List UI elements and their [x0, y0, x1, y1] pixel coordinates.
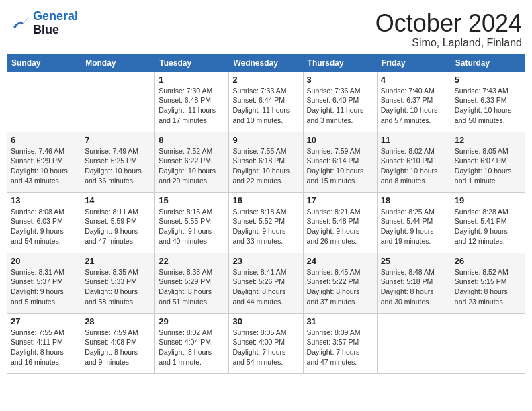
calendar-cell: 23Sunrise: 8:41 AM Sunset: 5:26 PM Dayli… — [229, 253, 303, 313]
day-number: 13 — [11, 195, 77, 205]
calendar-cell: 1Sunrise: 7:30 AM Sunset: 6:48 PM Daylig… — [155, 71, 229, 132]
calendar-cell — [81, 71, 155, 132]
day-number: 22 — [159, 256, 225, 266]
day-number: 24 — [307, 256, 373, 266]
calendar-cell: 24Sunrise: 8:45 AM Sunset: 5:22 PM Dayli… — [303, 253, 377, 313]
day-info: Sunrise: 8:48 AM Sunset: 5:18 PM Dayligh… — [381, 267, 447, 307]
day-number: 2 — [232, 75, 299, 85]
weekday-header-friday: Friday — [377, 54, 451, 71]
day-number: 11 — [381, 135, 447, 145]
weekday-header-tuesday: Tuesday — [155, 54, 229, 71]
day-info: Sunrise: 7:43 AM Sunset: 6:33 PM Dayligh… — [455, 86, 521, 126]
day-number: 1 — [159, 75, 225, 85]
day-number: 14 — [85, 195, 151, 205]
calendar-cell: 13Sunrise: 8:08 AM Sunset: 6:03 PM Dayli… — [7, 192, 81, 253]
calendar-cell: 28Sunrise: 7:59 AM Sunset: 4:08 PM Dayli… — [81, 313, 155, 373]
page-header: GeneralBlue October 2024 Simo, Lapland, … — [7, 7, 525, 49]
day-info: Sunrise: 8:05 AM Sunset: 4:00 PM Dayligh… — [232, 328, 299, 367]
day-number: 31 — [307, 316, 373, 326]
calendar-cell — [451, 313, 525, 373]
calendar-cell: 25Sunrise: 8:48 AM Sunset: 5:18 PM Dayli… — [377, 253, 451, 313]
calendar-cell: 4Sunrise: 7:40 AM Sunset: 6:37 PM Daylig… — [377, 71, 451, 132]
day-info: Sunrise: 7:46 AM Sunset: 6:29 PM Dayligh… — [11, 146, 77, 186]
day-number: 12 — [455, 135, 521, 145]
day-info: Sunrise: 7:59 AM Sunset: 4:08 PM Dayligh… — [85, 328, 151, 367]
calendar-cell: 17Sunrise: 8:21 AM Sunset: 5:48 PM Dayli… — [303, 192, 377, 253]
day-number: 5 — [455, 75, 521, 85]
day-info: Sunrise: 8:28 AM Sunset: 5:41 PM Dayligh… — [455, 207, 521, 246]
logo-icon — [10, 15, 30, 32]
day-info: Sunrise: 8:05 AM Sunset: 6:07 PM Dayligh… — [455, 146, 521, 186]
day-info: Sunrise: 7:49 AM Sunset: 6:25 PM Dayligh… — [85, 146, 151, 186]
calendar-cell: 2Sunrise: 7:33 AM Sunset: 6:44 PM Daylig… — [229, 71, 303, 132]
day-info: Sunrise: 8:15 AM Sunset: 5:55 PM Dayligh… — [159, 207, 225, 246]
day-number: 30 — [232, 316, 299, 326]
weekday-header-sunday: Sunday — [7, 54, 81, 71]
day-info: Sunrise: 8:38 AM Sunset: 5:29 PM Dayligh… — [159, 267, 225, 307]
day-info: Sunrise: 7:52 AM Sunset: 6:22 PM Dayligh… — [159, 146, 225, 186]
calendar-cell — [377, 313, 451, 373]
calendar-cell: 3Sunrise: 7:36 AM Sunset: 6:40 PM Daylig… — [303, 71, 377, 132]
day-info: Sunrise: 7:33 AM Sunset: 6:44 PM Dayligh… — [232, 86, 299, 126]
location-subtitle: Simo, Lapland, Finland — [375, 37, 522, 49]
calendar-cell: 19Sunrise: 8:28 AM Sunset: 5:41 PM Dayli… — [451, 192, 525, 253]
day-info: Sunrise: 7:55 AM Sunset: 4:11 PM Dayligh… — [11, 328, 77, 367]
calendar-week-row: 6Sunrise: 7:46 AM Sunset: 6:29 PM Daylig… — [7, 132, 525, 192]
calendar-cell: 18Sunrise: 8:25 AM Sunset: 5:44 PM Dayli… — [377, 192, 451, 253]
day-number: 20 — [11, 256, 77, 266]
day-info: Sunrise: 7:36 AM Sunset: 6:40 PM Dayligh… — [307, 86, 373, 126]
day-info: Sunrise: 8:45 AM Sunset: 5:22 PM Dayligh… — [307, 267, 373, 307]
calendar-cell: 15Sunrise: 8:15 AM Sunset: 5:55 PM Dayli… — [155, 192, 229, 253]
day-info: Sunrise: 8:35 AM Sunset: 5:33 PM Dayligh… — [85, 267, 151, 307]
day-number: 18 — [381, 195, 447, 205]
calendar-cell: 29Sunrise: 8:02 AM Sunset: 4:04 PM Dayli… — [155, 313, 229, 373]
calendar-cell: 20Sunrise: 8:31 AM Sunset: 5:37 PM Dayli… — [7, 253, 81, 313]
calendar-cell: 16Sunrise: 8:18 AM Sunset: 5:52 PM Dayli… — [229, 192, 303, 253]
day-number: 9 — [232, 135, 299, 145]
month-title: October 2024 — [375, 10, 522, 37]
day-number: 6 — [11, 135, 77, 145]
calendar-week-row: 27Sunrise: 7:55 AM Sunset: 4:11 PM Dayli… — [7, 313, 525, 373]
day-info: Sunrise: 8:11 AM Sunset: 5:59 PM Dayligh… — [85, 207, 151, 246]
weekday-header-saturday: Saturday — [451, 54, 525, 71]
calendar-cell: 21Sunrise: 8:35 AM Sunset: 5:33 PM Dayli… — [81, 253, 155, 313]
calendar-cell: 6Sunrise: 7:46 AM Sunset: 6:29 PM Daylig… — [7, 132, 81, 192]
day-info: Sunrise: 8:25 AM Sunset: 5:44 PM Dayligh… — [381, 207, 447, 246]
day-info: Sunrise: 8:52 AM Sunset: 5:15 PM Dayligh… — [455, 267, 521, 307]
calendar-cell: 14Sunrise: 8:11 AM Sunset: 5:59 PM Dayli… — [81, 192, 155, 253]
day-number: 10 — [307, 135, 373, 145]
logo: GeneralBlue — [10, 10, 78, 37]
calendar-cell: 10Sunrise: 7:59 AM Sunset: 6:14 PM Dayli… — [303, 132, 377, 192]
day-info: Sunrise: 8:18 AM Sunset: 5:52 PM Dayligh… — [232, 207, 299, 246]
day-number: 26 — [455, 256, 521, 266]
day-number: 7 — [85, 135, 151, 145]
calendar-cell: 30Sunrise: 8:05 AM Sunset: 4:00 PM Dayli… — [229, 313, 303, 373]
calendar-cell: 11Sunrise: 8:02 AM Sunset: 6:10 PM Dayli… — [377, 132, 451, 192]
day-info: Sunrise: 7:59 AM Sunset: 6:14 PM Dayligh… — [307, 146, 373, 186]
day-number: 19 — [455, 195, 521, 205]
day-info: Sunrise: 8:09 AM Sunset: 3:57 PM Dayligh… — [307, 328, 373, 367]
calendar-cell: 22Sunrise: 8:38 AM Sunset: 5:29 PM Dayli… — [155, 253, 229, 313]
calendar-header-row: SundayMondayTuesdayWednesdayThursdayFrid… — [7, 54, 525, 71]
day-number: 3 — [307, 75, 373, 85]
day-info: Sunrise: 7:40 AM Sunset: 6:37 PM Dayligh… — [381, 86, 447, 126]
day-info: Sunrise: 8:41 AM Sunset: 5:26 PM Dayligh… — [232, 267, 299, 307]
calendar-cell: 31Sunrise: 8:09 AM Sunset: 3:57 PM Dayli… — [303, 313, 377, 373]
day-number: 23 — [232, 256, 299, 266]
calendar-cell: 5Sunrise: 7:43 AM Sunset: 6:33 PM Daylig… — [451, 71, 525, 132]
calendar-cell: 26Sunrise: 8:52 AM Sunset: 5:15 PM Dayli… — [451, 253, 525, 313]
day-number: 28 — [85, 316, 151, 326]
day-info: Sunrise: 8:21 AM Sunset: 5:48 PM Dayligh… — [307, 207, 373, 246]
weekday-header-thursday: Thursday — [303, 54, 377, 71]
calendar-week-row: 13Sunrise: 8:08 AM Sunset: 6:03 PM Dayli… — [7, 192, 525, 253]
day-number: 8 — [159, 135, 225, 145]
day-number: 29 — [159, 316, 225, 326]
calendar-week-row: 20Sunrise: 8:31 AM Sunset: 5:37 PM Dayli… — [7, 253, 525, 313]
title-block: October 2024 Simo, Lapland, Finland — [375, 10, 522, 49]
day-number: 15 — [159, 195, 225, 205]
calendar-cell: 12Sunrise: 8:05 AM Sunset: 6:07 PM Dayli… — [451, 132, 525, 192]
day-number: 27 — [11, 316, 77, 326]
day-info: Sunrise: 8:02 AM Sunset: 4:04 PM Dayligh… — [159, 328, 225, 367]
day-number: 21 — [85, 256, 151, 266]
weekday-header-wednesday: Wednesday — [229, 54, 303, 71]
